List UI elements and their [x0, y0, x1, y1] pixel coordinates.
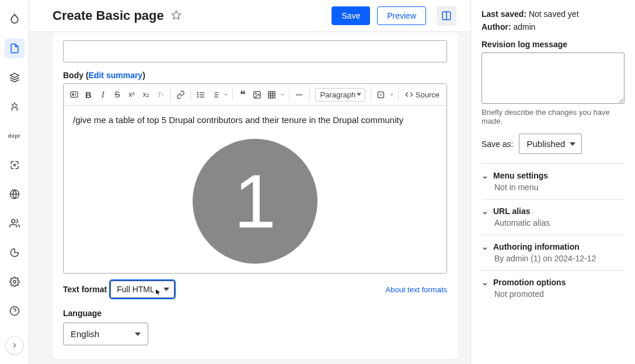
editor: B I S x² x₂ Tx ❝ — [63, 83, 447, 274]
ai-icon[interactable] — [67, 86, 81, 103]
accordion-title: Authoring information — [493, 242, 580, 251]
accordion-authoring-info[interactable]: ⌄Authoring information By admin (1) on 2… — [482, 235, 624, 271]
accordion-url-alias[interactable]: ⌄URL alias Automatic alias — [482, 200, 624, 235]
left-sidebar: dxpr — [0, 0, 29, 364]
language-select[interactable]: English — [63, 323, 148, 345]
autoformat-icon[interactable] — [374, 86, 388, 103]
svg-rect-29 — [378, 92, 383, 97]
right-panel: Last saved: Not saved yet Author: admin … — [470, 0, 635, 364]
svg-rect-11 — [71, 92, 78, 97]
text-format-select[interactable]: Full HTML — [110, 281, 175, 298]
config-icon[interactable] — [5, 272, 25, 292]
text-format-label: Text format — [63, 285, 107, 294]
svg-point-17 — [197, 96, 198, 97]
structure-icon[interactable] — [5, 68, 25, 88]
svg-marker-0 — [10, 74, 19, 78]
revision-log-label: Revision log message — [482, 40, 624, 49]
title-input[interactable] — [63, 40, 447, 62]
dxpr-icon[interactable]: dxpr — [5, 126, 25, 146]
accordion-subtitle: Not in menu — [494, 183, 624, 192]
save-as-select[interactable]: Published — [519, 134, 582, 154]
about-text-formats-link[interactable]: About text formats — [386, 285, 448, 294]
last-saved-line: Last saved: Not saved yet — [482, 9, 624, 19]
page-header: Create Basic page Save Preview — [29, 0, 470, 32]
main-content: Create Basic page Save Preview Body (Edi… — [29, 0, 470, 364]
strikethrough-icon[interactable]: S — [110, 86, 124, 103]
remove-format-icon[interactable]: Tx — [153, 86, 168, 103]
svg-marker-8 — [172, 10, 180, 19]
language-label: Language — [63, 309, 447, 318]
link-icon[interactable] — [174, 86, 188, 103]
last-saved-label: Last saved: — [482, 9, 526, 19]
table-icon[interactable] — [265, 86, 279, 103]
split-view-icon[interactable] — [437, 6, 456, 26]
subscript-icon[interactable]: x₂ — [139, 86, 153, 103]
last-saved-value: Not saved yet — [529, 9, 579, 19]
content-icon[interactable] — [5, 38, 25, 58]
save-as-label: Save as: — [482, 139, 513, 149]
form-card: Body (Edit summary) B I S x² x₂ Tx — [53, 32, 458, 359]
quote-icon[interactable]: ❝ — [236, 86, 250, 103]
accordion-promotion-options[interactable]: ⌄Promotion options Not promoted — [482, 271, 624, 306]
accordion-title: Promotion options — [493, 278, 566, 287]
editor-body[interactable]: /give me a table of top 5 Drupal contrib… — [64, 106, 446, 273]
body-label: Body (Edit summary) — [63, 71, 447, 80]
editor-content-text: /give me a table of top 5 Drupal contrib… — [73, 115, 437, 125]
drupal-logo-icon[interactable] — [5, 9, 25, 29]
author-label: Author: — [482, 22, 511, 32]
body-label-suffix: ) — [142, 71, 145, 80]
svg-rect-21 — [254, 91, 260, 97]
accordion-title: URL alias — [493, 206, 531, 216]
paragraph-select[interactable]: Paragraph — [315, 88, 365, 102]
accordion-title: Menu settings — [493, 171, 548, 180]
chevron-down-icon: ⌄ — [482, 206, 489, 216]
editor-toolbar: B I S x² x₂ Tx ❝ — [64, 84, 446, 106]
reports-icon[interactable] — [5, 243, 25, 262]
image-icon[interactable] — [250, 86, 264, 103]
globe-icon[interactable] — [5, 184, 25, 204]
revision-log-textarea[interactable] — [482, 52, 624, 104]
svg-point-16 — [197, 94, 198, 94]
chevron-down-icon: ⌄ — [482, 171, 489, 180]
superscript-icon[interactable]: x² — [125, 86, 139, 103]
star-icon[interactable] — [171, 10, 182, 22]
bold-icon[interactable]: B — [82, 86, 96, 103]
extend-icon[interactable] — [5, 155, 25, 175]
source-button[interactable]: Source — [402, 89, 443, 101]
circle-number: 1 — [234, 163, 276, 239]
bullet-list-icon[interactable] — [194, 86, 208, 103]
save-button[interactable]: Save — [332, 6, 370, 25]
svg-point-4 — [11, 219, 15, 223]
accordion-subtitle: By admin (1) on 2024-12-12 — [494, 254, 624, 263]
author-line: Author: admin — [482, 22, 624, 32]
source-label: Source — [416, 90, 439, 99]
accordion-subtitle: Automatic alias — [494, 218, 624, 228]
svg-point-1 — [13, 164, 15, 166]
chevron-down-icon: ⌄ — [482, 242, 489, 251]
horizontal-line-icon[interactable] — [292, 86, 306, 103]
people-icon[interactable] — [5, 214, 25, 233]
accordion-menu-settings[interactable]: ⌄Menu settings Not in menu — [482, 164, 624, 200]
appearance-icon[interactable] — [5, 97, 25, 117]
chevron-down-icon: ⌄ — [482, 278, 489, 287]
author-value: admin — [513, 22, 535, 32]
page-title: Create Basic page — [53, 8, 164, 23]
autoformat-dropdown-icon[interactable] — [388, 86, 395, 103]
svg-point-22 — [256, 93, 257, 94]
sidebar-collapse-button[interactable] — [5, 336, 24, 355]
svg-rect-23 — [268, 91, 275, 97]
numbered-list-icon[interactable] — [208, 86, 222, 103]
list-dropdown-icon[interactable] — [223, 86, 230, 103]
preview-button[interactable]: Preview — [377, 6, 426, 25]
svg-point-5 — [13, 281, 16, 284]
placeholder-circle: 1 — [193, 139, 318, 264]
body-label-prefix: Body ( — [63, 71, 89, 80]
accordion-subtitle: Not promoted — [494, 289, 624, 299]
edit-summary-link[interactable]: Edit summary — [89, 71, 143, 80]
help-icon[interactable] — [5, 301, 25, 321]
settings-accordion: ⌄Menu settings Not in menu ⌄URL alias Au… — [482, 163, 624, 306]
dxpr-label: dxpr — [8, 133, 21, 139]
revision-hint: Briefly describe the changes you have ma… — [482, 108, 624, 125]
table-dropdown-icon[interactable] — [279, 86, 286, 103]
italic-icon[interactable]: I — [96, 86, 110, 103]
